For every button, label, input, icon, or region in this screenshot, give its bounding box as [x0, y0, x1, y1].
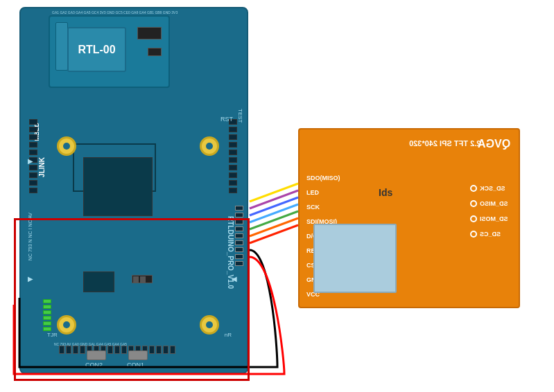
green-pins: [43, 299, 51, 331]
sd-pin-labels: SD_SCK SD_MISO SD_MOSI SD_CS: [470, 185, 508, 238]
nr-label: nR: [225, 332, 232, 338]
top-labels: GA1 GA2 GA3 GA4 GA5 GC4 3V3 GND GC5 CE0 …: [52, 10, 178, 15]
tjr-label: TJR: [47, 332, 58, 338]
con1-label: CON1: [127, 362, 144, 368]
sd-cs-item: SD_CS: [470, 231, 508, 238]
sd-sck-circle: [470, 185, 477, 192]
wire-blue: [250, 197, 298, 215]
qvga-label: QVGA: [478, 138, 510, 150]
test-label: TEST: [237, 109, 243, 123]
ids-label: Ids: [379, 187, 392, 198]
sd-miso-label: SD_MISO: [480, 200, 508, 207]
right-pin-header: [229, 119, 239, 193]
tft-screen: [313, 224, 397, 293]
con2-connector[interactable]: [87, 350, 106, 360]
sd-miso-item: SD_MISO: [470, 200, 508, 207]
mount-hole-tr: [200, 136, 219, 156]
mount-hole-tl: [57, 136, 76, 156]
con2-label: CON2: [85, 362, 103, 368]
sd-miso-circle: [470, 200, 477, 207]
wire-lightblue: [250, 204, 298, 222]
sd-mosi-circle: [470, 215, 477, 222]
wire-green: [250, 211, 298, 229]
sd-mosi-item: SD_MOSI: [470, 215, 508, 222]
arrow-left2: ▶: [28, 275, 33, 283]
con1-connector[interactable]: [128, 350, 148, 360]
wifi-chip: RTL-00: [67, 27, 126, 72]
tft-subtitle: 2.2 TFT SPI 240*320: [409, 139, 481, 148]
sd-mosi-label: SD_MOSI: [480, 215, 508, 222]
tft-display: QVGA 2.2 TFT SPI 240*320 SDO(MISO) LED S…: [298, 128, 520, 308]
wire-orange: [250, 218, 298, 236]
mount-hole-bl: [57, 315, 76, 335]
bottom-labels: NC 793 AV GA0 GND GAL GA4 GA5 GA4 GA5: [54, 342, 234, 346]
pin-sck: SCK: [306, 204, 340, 211]
arrow-right: ◀: [232, 275, 237, 283]
wifi-module: RTL-00: [49, 15, 170, 88]
sd-cs-circle: [470, 231, 477, 238]
pin-sdo: SDO(MISO): [306, 175, 340, 181]
main-canvas: RTL-00 GA1 GA2 GA3 GA4 GA5 GC4 3V3 GND G…: [0, 0, 554, 392]
resistors: [132, 275, 153, 283]
mount-hole-br: [200, 315, 219, 335]
arduino-wire-pins: [235, 206, 243, 266]
sd-sck-item: SD_SCK: [470, 185, 508, 192]
small-chip: [83, 271, 114, 292]
center-chip: [83, 157, 153, 216]
sd-sck-label: SD_SCK: [480, 185, 505, 192]
arduino-board: RTL-00 GA1 GA2 GA3 GA4 GA5 GC4 3V3 GND G…: [19, 7, 248, 374]
left-labels: NC 793 N NC I NC AV: [28, 213, 33, 260]
wifi-chip-label: RTL-00: [78, 44, 115, 56]
left-pin-header: [29, 119, 39, 193]
pin-led: LED: [306, 189, 340, 196]
jlink-label: JLINK: [38, 157, 46, 177]
sd-cs-label: SD_CS: [480, 231, 501, 238]
antenna: [55, 22, 68, 71]
top-pin-labels: GA1 GA2 GA3 GA4 GA5 GC4 3V3 GND GC5 CE0 …: [52, 10, 240, 15]
rst-label: RST: [220, 116, 233, 123]
wire-yellow: [250, 184, 298, 202]
arrow-left: ▶: [28, 157, 33, 165]
pin-slot: [29, 119, 37, 125]
wire-red1: [250, 225, 298, 243]
wire-purple: [250, 190, 298, 208]
